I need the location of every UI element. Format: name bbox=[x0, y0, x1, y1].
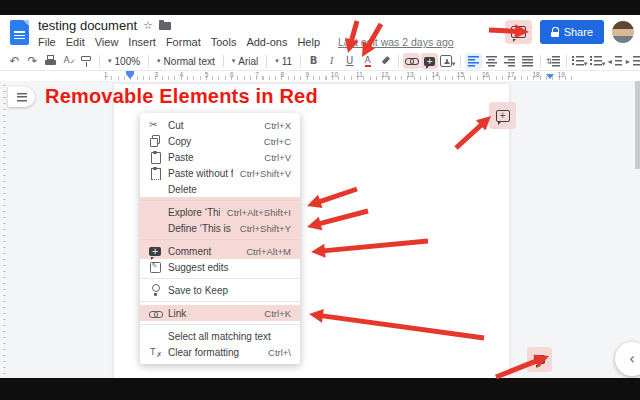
bold-button[interactable] bbox=[305, 53, 322, 69]
move-to-folder-icon[interactable] bbox=[159, 22, 171, 30]
paint-format-button[interactable] bbox=[78, 53, 95, 69]
menubar-item-tools[interactable]: Tools bbox=[211, 36, 237, 48]
ruler-number: 8 bbox=[280, 71, 284, 78]
align-right-button[interactable] bbox=[501, 53, 518, 69]
collapsed-side-panel-button[interactable]: ‹ bbox=[615, 342, 640, 376]
increase-indent-button[interactable] bbox=[625, 53, 640, 69]
insert-link-button[interactable] bbox=[403, 53, 420, 69]
show-outline-button[interactable] bbox=[8, 87, 35, 107]
right-indent-marker[interactable] bbox=[546, 74, 554, 79]
context-menu-shortcut: Ctrl+Shift+Y bbox=[240, 223, 291, 234]
annotation-heading: Removable Elements in Red bbox=[45, 85, 318, 108]
context-menu-item-save-to-keep[interactable]: Save to Keep bbox=[140, 282, 300, 298]
menubar-item-help[interactable]: Help bbox=[297, 36, 320, 48]
share-button[interactable]: Share bbox=[540, 20, 604, 44]
context-menu-label: Define ‘This is a doc’ bbox=[168, 223, 233, 234]
context-menu-item-select-all-matching-text[interactable]: Select all matching text bbox=[140, 328, 300, 344]
italic-icon bbox=[325, 54, 339, 68]
context-menu-shortcut: Ctrl+Shift+V bbox=[240, 168, 291, 179]
account-avatar[interactable] bbox=[612, 21, 634, 43]
undo-button[interactable] bbox=[6, 53, 23, 69]
context-menu-item-cut[interactable]: CutCtrl+X bbox=[140, 117, 300, 133]
context-menu-item-copy[interactable]: CopyCtrl+C bbox=[140, 133, 300, 149]
context-menu-label: Link bbox=[168, 308, 257, 319]
ruler-ticks bbox=[105, 76, 575, 80]
align-left-button[interactable] bbox=[465, 53, 482, 69]
link-icon bbox=[405, 54, 419, 68]
align-center-button[interactable] bbox=[483, 53, 500, 69]
context-menu-item-comment[interactable]: CommentCtrl+Alt+M bbox=[140, 243, 300, 259]
context-menu-item-suggest-edits[interactable]: Suggest edits bbox=[140, 259, 300, 275]
context-menu-label: Select all matching text bbox=[168, 331, 284, 342]
left-indent-marker[interactable] bbox=[126, 74, 134, 79]
redo-button[interactable] bbox=[24, 53, 41, 69]
header: testing document ☆ FileEditViewInsertFor… bbox=[0, 15, 640, 52]
star-icon[interactable]: ☆ bbox=[143, 21, 153, 31]
print-button[interactable] bbox=[42, 53, 59, 69]
insert-comment-button[interactable] bbox=[421, 53, 438, 69]
paste-icon bbox=[149, 151, 161, 163]
align-justify-button[interactable] bbox=[519, 53, 536, 69]
context-menu-item-define[interactable]: Define ‘This is a doc’Ctrl+Shift+Y bbox=[140, 220, 300, 236]
context-menu-item-paste-without-formatting[interactable]: Paste without formattingCtrl+Shift+V bbox=[140, 165, 300, 181]
comment-bubble-icon bbox=[511, 26, 526, 38]
ruler-number: 14 bbox=[432, 71, 439, 78]
toolbar: 100%Normal textArial11 bbox=[0, 52, 640, 71]
link-icon bbox=[149, 307, 161, 319]
highlight-icon bbox=[379, 54, 393, 68]
styles-select[interactable]: Normal text bbox=[153, 56, 219, 67]
menubar-item-insert[interactable]: Insert bbox=[128, 36, 156, 48]
toolbar-separator bbox=[566, 55, 567, 67]
context-menu-item-delete[interactable]: Delete bbox=[140, 181, 300, 197]
comment-history-button[interactable] bbox=[505, 20, 532, 44]
text-color-button[interactable] bbox=[359, 53, 376, 69]
spellcheck-button[interactable] bbox=[60, 53, 77, 69]
line-spacing-button[interactable] bbox=[545, 53, 562, 69]
numbered-list-icon bbox=[572, 56, 583, 67]
highlight-color-button[interactable] bbox=[377, 53, 394, 69]
bold-icon bbox=[307, 54, 321, 68]
context-menu-item-explore[interactable]: Explore ‘This is a doc’Ctrl+Alt+Shift+I bbox=[140, 204, 300, 220]
menubar-item-format[interactable]: Format bbox=[166, 36, 201, 48]
font-select[interactable]: Arial bbox=[228, 56, 263, 67]
font-size-select[interactable]: 11 bbox=[271, 56, 296, 67]
font-size-select-value: 11 bbox=[282, 56, 292, 67]
toolbar-separator bbox=[398, 55, 399, 67]
context-menu-shortcut: Ctrl+\ bbox=[268, 347, 291, 358]
menubar-item-edit[interactable]: Edit bbox=[66, 36, 85, 48]
menubar-item-addons[interactable]: Add-ons bbox=[246, 36, 287, 48]
bulleted-list-icon bbox=[590, 56, 601, 67]
last-edit-link[interactable]: Last edit was 2 days ago bbox=[338, 36, 454, 48]
menubar-item-file[interactable]: File bbox=[38, 36, 56, 48]
context-menu-shortcut: Ctrl+Alt+Shift+I bbox=[227, 207, 291, 218]
add-comment-margin-button[interactable] bbox=[489, 102, 516, 129]
bulleted-list-button-caret[interactable] bbox=[602, 52, 606, 70]
google-docs-logo-icon[interactable] bbox=[10, 20, 29, 45]
context-menu-label: Paste without formatting bbox=[168, 168, 233, 179]
italic-button[interactable] bbox=[323, 53, 340, 69]
align-justify-icon bbox=[522, 56, 533, 67]
underline-button[interactable] bbox=[341, 53, 358, 69]
toolbar-separator bbox=[300, 55, 301, 67]
zoom-select[interactable]: 100% bbox=[104, 56, 144, 67]
document-title[interactable]: testing document bbox=[38, 18, 137, 33]
numbered-list-button-caret[interactable] bbox=[584, 52, 588, 70]
context-menu-item-paste[interactable]: PasteCtrl+V bbox=[140, 149, 300, 165]
align-left-icon bbox=[468, 56, 479, 67]
ruler-number: 15 bbox=[457, 71, 464, 78]
align-right-icon bbox=[504, 56, 515, 67]
redo-icon bbox=[26, 54, 40, 68]
context-menu-item-clear-formatting[interactable]: Clear formattingCtrl+\ bbox=[140, 344, 300, 360]
menubar-item-view[interactable]: View bbox=[95, 36, 119, 48]
insert-image-button-caret[interactable] bbox=[452, 52, 456, 70]
bulleted-list-button[interactable] bbox=[589, 53, 606, 69]
vertical-scrollbar-thumb[interactable] bbox=[635, 81, 640, 169]
font-select-value: Arial bbox=[238, 56, 258, 67]
add-comment-bottom-button[interactable] bbox=[527, 347, 552, 372]
undo-icon bbox=[8, 54, 22, 68]
context-menu-shortcut: Ctrl+Alt+M bbox=[246, 246, 291, 257]
numbered-list-button[interactable] bbox=[571, 53, 588, 69]
context-menu-item-link[interactable]: LinkCtrl+K bbox=[140, 305, 300, 321]
insert-image-button[interactable] bbox=[439, 53, 456, 69]
decrease-indent-button[interactable] bbox=[607, 53, 624, 69]
